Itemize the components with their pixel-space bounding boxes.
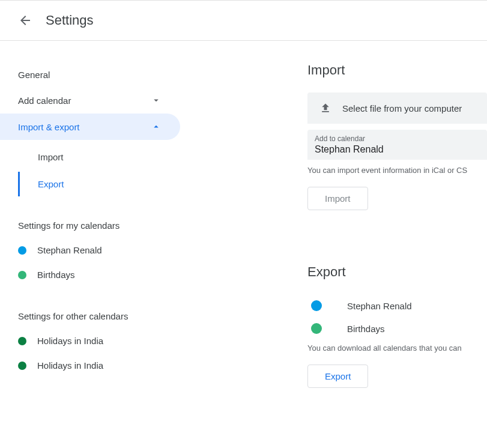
export-button[interactable]: Export	[307, 365, 368, 388]
sidebar: General Add calendar Import & export Imp…	[0, 62, 180, 388]
calendar-label: Holidays in India	[37, 360, 103, 371]
export-title: Export	[307, 264, 487, 280]
other-calendars-header: Settings for other calendars	[18, 304, 180, 328]
my-calendar-item[interactable]: Birthdays	[18, 262, 180, 287]
page-title: Settings	[46, 13, 94, 28]
export-calendar-item: Stephan Renald	[307, 294, 487, 317]
export-calendar-item: Birthdays	[307, 317, 487, 340]
main-content: Import Select file from your computer Ad…	[180, 62, 487, 388]
import-export-subitems: Import Export	[18, 145, 180, 196]
calendar-color-dot	[311, 300, 322, 311]
calendar-color-dot	[18, 337, 26, 345]
nav-import-export[interactable]: Import & export	[0, 114, 180, 140]
my-calendars-header: Settings for my calendars	[18, 213, 180, 238]
nav-general[interactable]: General	[18, 62, 180, 87]
file-select-label: Select file from your computer	[342, 103, 462, 114]
other-calendar-item[interactable]: Holidays in India	[18, 328, 180, 353]
nav-add-calendar[interactable]: Add calendar	[18, 87, 180, 114]
import-button[interactable]: Import	[307, 187, 368, 210]
nav-import-export-label: Import & export	[18, 122, 80, 132]
import-title: Import	[307, 62, 487, 78]
export-hint: You can download all calendars that you …	[307, 344, 487, 353]
calendar-label: Birthdays	[347, 324, 385, 334]
subnav-export[interactable]: Export	[18, 172, 180, 196]
select-value: Stephan Renald	[315, 144, 480, 155]
calendar-color-dot	[18, 271, 26, 279]
header: Settings	[0, 0, 487, 41]
arrow-back-icon	[18, 13, 32, 28]
chevron-down-icon	[150, 94, 162, 106]
calendar-color-dot	[18, 246, 26, 255]
file-select-button[interactable]: Select file from your computer	[307, 92, 487, 124]
import-section: Import Select file from your computer Ad…	[307, 62, 487, 210]
nav-add-calendar-label: Add calendar	[18, 95, 71, 106]
other-calendar-item[interactable]: Holidays in India	[18, 353, 180, 378]
chevron-up-icon	[150, 121, 162, 133]
nav-general-label: General	[18, 70, 50, 80]
back-button[interactable]	[18, 13, 32, 28]
calendar-label: Stephan Renald	[37, 245, 102, 255]
calendar-color-dot	[18, 362, 26, 370]
calendar-label: Birthdays	[37, 270, 75, 280]
export-section: Export Stephan Renald Birthdays You can …	[307, 264, 487, 388]
subnav-import[interactable]: Import	[18, 145, 180, 169]
select-label: Add to calendar	[315, 135, 480, 143]
my-calendar-item[interactable]: Stephan Renald	[18, 238, 180, 262]
content: General Add calendar Import & export Imp…	[0, 41, 487, 388]
calendar-label: Stephan Renald	[347, 301, 412, 311]
calendar-label: Holidays in India	[37, 336, 103, 346]
import-hint: You can import event information in iCal…	[307, 166, 487, 175]
calendar-color-dot	[311, 323, 322, 334]
upload-icon	[319, 102, 331, 114]
add-to-calendar-select[interactable]: Add to calendar Stephan Renald	[307, 130, 487, 160]
